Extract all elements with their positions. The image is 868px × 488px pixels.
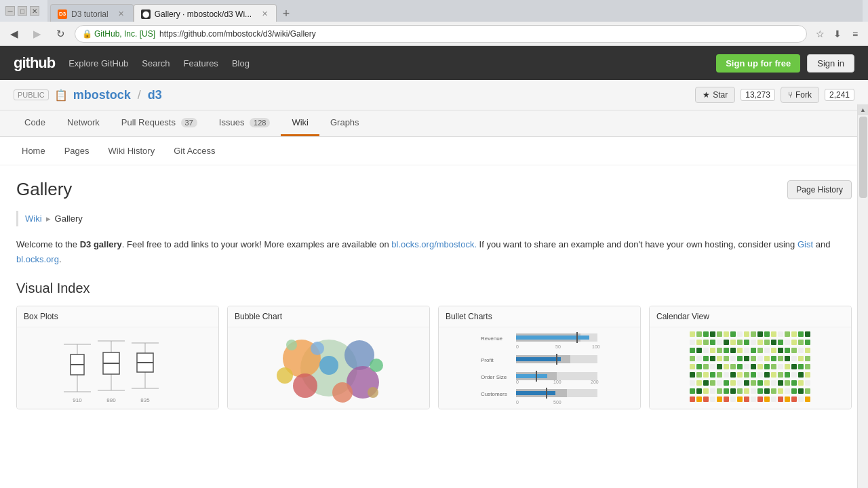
tab-wiki[interactable]: Wiki [281, 110, 319, 136]
star-label: Star [713, 90, 728, 100]
fork-btn[interactable]: ⑂ Fork [781, 87, 819, 103]
tab-issues-label: Issues [219, 117, 245, 127]
bookmark-btn[interactable]: ☆ [812, 26, 827, 41]
minimize-btn[interactable]: ─ [5, 6, 15, 16]
svg-point-26 [332, 382, 353, 403]
tab-close-2[interactable]: ✕ [260, 9, 269, 19]
gallery-item-bullet-charts[interactable]: Bullet Charts Revenue 0 50 100 [438, 306, 641, 409]
desc-middle: . Feel free to add links to your work! M… [122, 239, 391, 249]
desc-link3[interactable]: bl.ocks.org [16, 254, 59, 264]
star-count: 13,273 [741, 89, 775, 101]
svg-rect-176 [757, 380, 763, 386]
new-tab-btn[interactable]: + [277, 4, 296, 23]
svg-rect-154 [730, 372, 736, 378]
svg-rect-86 [757, 340, 763, 345]
breadcrumb-wiki-link[interactable]: Wiki [25, 214, 42, 224]
tab-code[interactable]: Code [14, 110, 56, 136]
svg-rect-214 [771, 396, 776, 402]
gallery-item-img-box-plots: 910 880 835 [17, 327, 218, 409]
svg-rect-46 [516, 374, 547, 378]
svg-text:50: 50 [555, 344, 561, 349]
svg-text:200: 200 [591, 380, 599, 384]
star-icon: ★ [703, 90, 710, 100]
forward-btn[interactable]: ▶ [28, 25, 46, 43]
tab-issues[interactable]: Issues 128 [208, 110, 281, 136]
svg-rect-78 [703, 340, 709, 345]
svg-rect-188 [717, 388, 722, 394]
svg-text:Profit: Profit [481, 357, 494, 363]
nav-features[interactable]: Features [184, 58, 218, 68]
svg-rect-181 [791, 380, 797, 386]
wiki-nav-home[interactable]: Home [14, 142, 54, 159]
svg-rect-63 [724, 331, 729, 337]
browser-tab-2[interactable]: ⬤ Gallery · mbostock/d3 Wi... ✕ [134, 4, 277, 23]
svg-rect-115 [710, 356, 715, 361]
scrollbar-thumb[interactable] [859, 117, 867, 198]
tab-network-label: Network [67, 117, 100, 127]
repo-owner-link[interactable]: mbostock [73, 88, 131, 102]
desc-link1[interactable]: bl.ocks.org/mbostock. [391, 239, 477, 249]
svg-rect-81 [724, 340, 729, 345]
address-bar[interactable]: 🔒 GitHub, Inc. [US] https://github.com/m… [75, 25, 807, 43]
wiki-nav-git-access[interactable]: Git Access [165, 142, 223, 159]
tab-pull-requests[interactable]: Pull Requests 37 [111, 110, 208, 136]
signup-btn[interactable]: Sign up for free [716, 54, 800, 73]
scrollbar[interactable]: ▲ ▼ [857, 104, 868, 488]
gallery-item-bubble-chart[interactable]: Bubble Chart [227, 306, 430, 409]
svg-rect-135 [724, 364, 729, 369]
browser-tab-1[interactable]: D3 D3 tutorial ✕ [50, 4, 134, 23]
svg-rect-190 [730, 388, 736, 394]
repo-name-link[interactable]: d3 [148, 88, 162, 102]
tab-graphs-label: Graphs [330, 117, 359, 127]
downloads-btn[interactable]: ⬇ [830, 26, 845, 41]
svg-rect-153 [724, 372, 729, 378]
nav-explore[interactable]: Explore GitHub [68, 58, 128, 68]
svg-rect-175 [751, 380, 756, 386]
svg-rect-75 [805, 331, 810, 337]
svg-rect-54 [516, 391, 555, 395]
gallery-item-calendar-view[interactable]: Calendar View [649, 306, 852, 409]
svg-rect-97 [710, 348, 715, 353]
svg-rect-124 [771, 356, 776, 361]
svg-rect-103 [751, 348, 756, 353]
svg-rect-134 [717, 364, 722, 369]
gallery-item-title-box-plots: Box Plots [17, 306, 218, 327]
svg-rect-141 [764, 364, 770, 369]
svg-rect-146 [798, 364, 804, 369]
gallery-item-box-plots[interactable]: Box Plots 910 [16, 306, 219, 409]
svg-rect-143 [778, 364, 783, 369]
wiki-nav: Home Pages Wiki History Git Access [0, 137, 868, 165]
svg-rect-140 [757, 364, 763, 369]
svg-rect-198 [785, 388, 790, 394]
close-btn[interactable]: ✕ [30, 6, 39, 16]
window-controls: ─ □ ✕ [5, 6, 39, 16]
page-history-btn[interactable]: Page History [787, 180, 852, 199]
svg-rect-204 [703, 396, 709, 402]
wiki-nav-history[interactable]: Wiki History [100, 142, 163, 159]
svg-point-25 [370, 359, 383, 372]
page-content: github Explore GitHub Search Features Bl… [0, 46, 868, 488]
repo-actions: ★ Star 13,273 ⑂ Fork 2,241 [695, 87, 854, 103]
svg-rect-107 [778, 348, 783, 353]
svg-text:0: 0 [516, 380, 519, 384]
scrollbar-up[interactable]: ▲ [858, 104, 868, 115]
signin-btn[interactable]: Sign in [807, 54, 854, 73]
back-btn[interactable]: ◀ [5, 25, 23, 43]
wiki-nav-pages[interactable]: Pages [56, 142, 98, 159]
svg-rect-156 [744, 372, 749, 378]
tab-close-1[interactable]: ✕ [117, 9, 126, 19]
maximize-btn[interactable]: □ [18, 6, 27, 16]
svg-rect-129 [805, 356, 810, 361]
tab-graphs[interactable]: Graphs [319, 110, 370, 136]
svg-rect-91 [791, 340, 797, 345]
reload-btn[interactable]: ↻ [52, 25, 69, 43]
star-btn[interactable]: ★ Star [695, 87, 735, 103]
svg-text:835: 835 [140, 397, 150, 403]
nav-search[interactable]: Search [142, 58, 170, 68]
main-content: Gallery Page History Wiki ▸ Gallery Welc… [0, 165, 868, 488]
svg-point-29 [286, 340, 297, 350]
menu-btn[interactable]: ≡ [848, 26, 863, 41]
nav-blog[interactable]: Blog [232, 58, 250, 68]
desc-link2[interactable]: Gist [797, 239, 813, 249]
tab-network[interactable]: Network [56, 110, 111, 136]
